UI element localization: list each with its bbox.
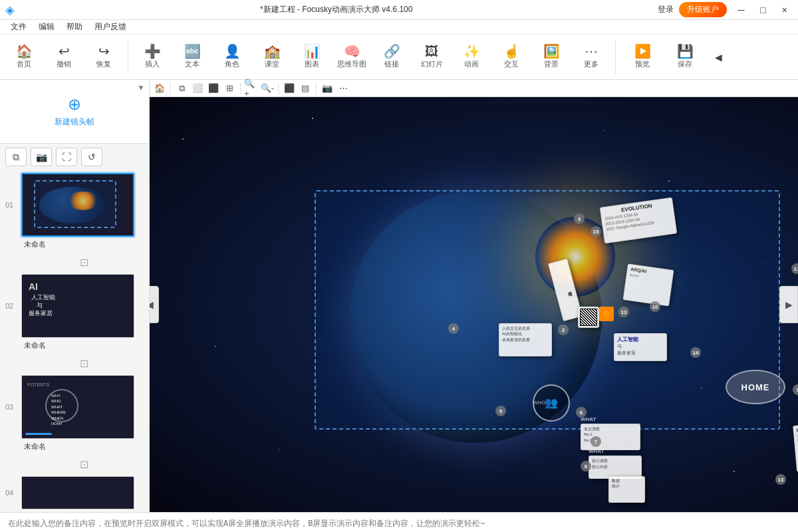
- copy-icon: ⧉: [13, 152, 19, 163]
- interact-button[interactable]: ☝️ 交互: [493, 37, 530, 77]
- back-button[interactable]: ◀: [706, 37, 730, 77]
- slide-entry-04: 04: [0, 473, 149, 512]
- badge-10: 10: [650, 301, 660, 312]
- home-oval[interactable]: HOME: [726, 370, 785, 404]
- slide-number-01: 01: [5, 201, 19, 209]
- collapse-panel-button[interactable]: ▼: [136, 82, 146, 93]
- text-button[interactable]: 🔤 文本: [174, 37, 211, 77]
- slide-button[interactable]: 🖼 幻灯片: [413, 37, 450, 77]
- canvas-camera-button[interactable]: 📷: [320, 81, 334, 96]
- titlebar-left: ◈: [5, 3, 15, 17]
- menubar: 文件 编辑 帮助 用户反馈: [0, 20, 798, 35]
- fullscreen-button[interactable]: ⛶: [56, 148, 77, 166]
- badge-15: 15: [591, 226, 601, 237]
- slide-thumb-01[interactable]: [21, 173, 134, 237]
- text-icon: 🔤: [184, 45, 201, 58]
- upgrade-button[interactable]: 升级账户: [679, 2, 727, 17]
- titlebar: ◈ *新建工程 - Focusky动画演示大师 v4.6.100 登录 升级账户…: [0, 0, 798, 20]
- badge-4: 4: [448, 323, 459, 334]
- canvas-grid-button[interactable]: ⊞: [222, 81, 237, 96]
- home-tool-button[interactable]: 🏠 首页: [5, 37, 43, 77]
- badge-14: 14: [690, 347, 701, 358]
- maximize-button[interactable]: □: [755, 3, 771, 17]
- card-near-2-content: 人机交互的关系AI的智能化未来家居的发展: [502, 326, 549, 342]
- slide-entry-02: 02 AI 人工智能 与 服务家居 未命名: [0, 271, 149, 353]
- orange-icon: 🟠: [602, 311, 610, 318]
- refresh-button[interactable]: ↺: [81, 148, 102, 166]
- minimize-button[interactable]: ─: [732, 3, 749, 17]
- canvas-copy3-button[interactable]: ⬛: [206, 81, 221, 96]
- login-button[interactable]: 登录: [658, 4, 674, 15]
- orange-card[interactable]: 🟠: [599, 307, 614, 321]
- redo-button[interactable]: ↪ 恢复: [85, 37, 122, 77]
- who-section: WHO 👥: [533, 400, 546, 406]
- what-card[interactable]: 名次调查No.1No.2: [581, 424, 640, 450]
- camera-icon: 📷: [36, 152, 47, 162]
- canvas-zoomout-button[interactable]: 🔍-: [260, 81, 275, 96]
- undo-button[interactable]: ↩ 撤销: [45, 37, 82, 77]
- canvas-home-button[interactable]: 🏠: [152, 81, 167, 96]
- slide-thumb-04[interactable]: [21, 476, 134, 509]
- chart-button[interactable]: 📊 图表: [293, 37, 331, 77]
- bg-button[interactable]: 🖼️ 背景: [533, 37, 570, 77]
- ai-title: 人工智能: [617, 336, 664, 343]
- ai-center-card[interactable]: 人工智能 与 服务家居: [614, 333, 667, 361]
- menu-edit[interactable]: 编辑: [33, 20, 60, 34]
- save-button[interactable]: 💾 保存: [666, 37, 704, 77]
- canvas-copy-button[interactable]: ⧉: [174, 81, 189, 96]
- copy-frame-button[interactable]: ⧉: [5, 148, 27, 166]
- what2-card[interactable]: 担心调查担心内容: [589, 456, 642, 479]
- nav-next-button[interactable]: ▶: [779, 286, 798, 323]
- role-icon: 👤: [224, 45, 241, 58]
- menu-help[interactable]: 帮助: [61, 20, 88, 34]
- role-button[interactable]: 👤 角色: [213, 37, 251, 77]
- new-frame-area[interactable]: ⊕ 新建镜头帧 ▼: [0, 80, 149, 144]
- menu-file[interactable]: 文件: [5, 20, 32, 34]
- card-vertical-text: 进化历程: [567, 289, 571, 290]
- insert-button[interactable]: ➕ 插入: [134, 37, 171, 77]
- slide-name-01: 未命名: [24, 239, 144, 249]
- canvas-zoomin-button[interactable]: 🔍+: [244, 81, 259, 96]
- notes-input[interactable]: [8, 513, 790, 532]
- chart-icon: 📊: [304, 45, 321, 58]
- home-icon: 🏠: [16, 45, 33, 58]
- canvas-more2-button[interactable]: ⋯: [336, 81, 350, 96]
- canvas-align2-button[interactable]: ▤: [298, 81, 313, 96]
- slide-thumb-02[interactable]: AI 人工智能 与 服务家居: [21, 274, 134, 338]
- people-icon: 👥: [545, 396, 558, 409]
- titlebar-right: 登录 升级账户 ─ □ ×: [658, 2, 793, 17]
- toolbar: 🏠 首页 ↩ 撤销 ↪ 恢复 ➕ 插入 🔤 文本 👤 角色 🏫 课堂 📊 图表 …: [0, 35, 798, 80]
- main-area: ⊕ 新建镜头帧 ▼ ⧉ 📷 ⛶ ↺ 01: [0, 80, 798, 512]
- what-section: WHAT 名次调查No.1No.2: [581, 416, 640, 450]
- titlebar-title: *新建工程 - Focusky动画演示大师 v4.6.100: [15, 4, 658, 15]
- slide-thumb-03[interactable]: POTENTS WHYWHOWHATWHEREWHENHOW!: [21, 375, 134, 439]
- interact-icon: ☝️: [503, 45, 520, 58]
- qr-card[interactable]: [578, 307, 599, 328]
- preview-icon: ▶️: [634, 45, 651, 58]
- canvas-sep-3: [278, 82, 279, 94]
- new-frame-plus-icon: ⊕: [68, 95, 81, 114]
- more-button[interactable]: ⋯ 更多: [573, 37, 610, 77]
- canvas-copy2-button[interactable]: ⬜: [190, 81, 205, 96]
- badge-13-top: 13: [618, 307, 629, 317]
- toolbar-sep-2: [615, 41, 616, 74]
- link-button[interactable]: 🔗 链接: [373, 37, 410, 77]
- arai-card[interactable]: ARQ/AI NoNo!: [623, 263, 674, 306]
- close-button[interactable]: ×: [777, 3, 793, 17]
- canvas[interactable]: ◀ EVOLUTION 2024-AYS 1234-562012-2019 12…: [150, 97, 798, 512]
- nav-prev-button[interactable]: ◀: [150, 286, 159, 323]
- slide-name-03: 未命名: [24, 442, 144, 452]
- menu-feedback[interactable]: 用户反馈: [89, 20, 132, 34]
- ai-sub2: 服务家居: [617, 350, 664, 356]
- class-button[interactable]: 🏫 课堂: [253, 37, 291, 77]
- preview-button[interactable]: ▶️ 预览: [621, 37, 664, 77]
- class-icon: 🏫: [264, 45, 281, 58]
- camera-button[interactable]: 📷: [31, 148, 52, 166]
- bottom-center-card[interactable]: 数据统计: [608, 476, 645, 503]
- card-near-2[interactable]: 人机交互的关系AI的智能化未来家居的发展: [499, 323, 552, 356]
- canvas-align-button[interactable]: ⬛: [282, 81, 297, 96]
- animate-button[interactable]: ✨ 动画: [453, 37, 490, 77]
- mindmap-button[interactable]: 🧠 思维导图: [333, 37, 370, 77]
- people-circle[interactable]: 👥: [533, 384, 570, 422]
- badge-5: 5: [495, 406, 506, 416]
